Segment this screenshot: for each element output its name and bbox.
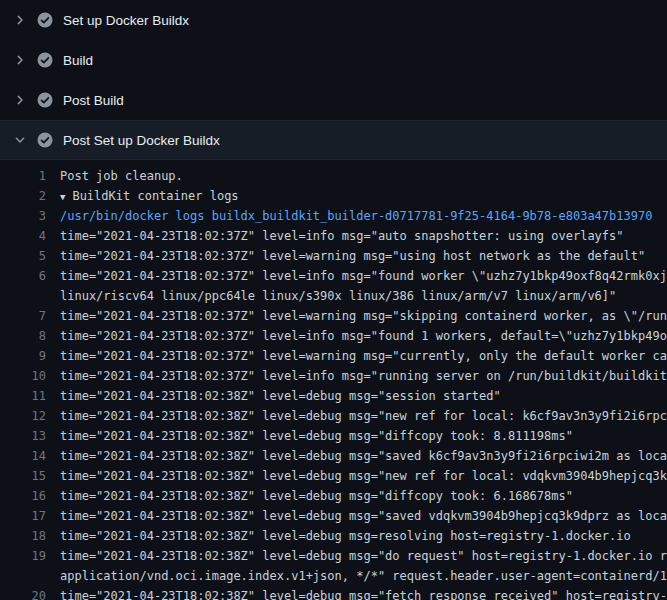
log-output: 1Post job cleanup.2▼BuildKit container l… [0,160,667,600]
section-header-post-setup-docker-buildx[interactable]: Post Set up Docker Buildx [0,120,667,160]
log-line[interactable]: 4time="2021-04-23T18:02:37Z" level=info … [0,226,667,246]
section-title: Post Build [63,93,124,108]
log-line[interactable]: 16time="2021-04-23T18:02:38Z" level=debu… [0,486,667,506]
chevron-right-icon [12,14,28,26]
command-text: /usr/bin/docker logs buildx_buildkit_bui… [60,206,652,226]
log-line[interactable]: 2▼BuildKit container logs [0,186,667,206]
log-line[interactable]: 20time="2021-04-23T18:02:38Z" level=debu… [0,586,667,600]
section-header-build[interactable]: Build [0,40,667,80]
group-expanded-icon[interactable]: ▼ [60,187,65,206]
line-text: time="2021-04-23T18:02:38Z" level=debug … [60,406,667,426]
log-line[interactable]: 19time="2021-04-23T18:02:38Z" level=debu… [0,546,667,566]
line-number[interactable]: 2 [0,186,46,206]
line-text: time="2021-04-23T18:02:38Z" level=debug … [60,426,573,446]
log-line[interactable]: linux/riscv64 linux/ppc64le linux/s390x … [0,286,667,306]
line-text: time="2021-04-23T18:02:37Z" level=warnin… [60,306,667,326]
log-line[interactable]: 9time="2021-04-23T18:02:37Z" level=warni… [0,346,667,366]
line-number[interactable]: 1 [0,166,46,186]
line-text: time="2021-04-23T18:02:38Z" level=debug … [60,486,573,506]
log-line[interactable]: application/vnd.oci.image.index.v1+json,… [0,566,667,586]
section-title: Build [63,53,93,68]
line-number[interactable]: 17 [0,506,46,526]
line-number[interactable]: 7 [0,306,46,326]
check-circle-icon [37,12,53,28]
line-text: time="2021-04-23T18:02:38Z" level=debug … [60,586,667,600]
line-number[interactable]: 12 [0,406,46,426]
line-text: time="2021-04-23T18:02:37Z" level=info m… [60,366,667,386]
line-number[interactable]: 5 [0,246,46,266]
log-line[interactable]: 10time="2021-04-23T18:02:37Z" level=info… [0,366,667,386]
line-text: time="2021-04-23T18:02:37Z" level=info m… [60,266,667,286]
line-text: time="2021-04-23T18:02:38Z" level=debug … [60,506,667,526]
line-text: application/vnd.oci.image.index.v1+json,… [60,566,667,586]
log-line[interactable]: 5time="2021-04-23T18:02:37Z" level=warni… [0,246,667,266]
log-line[interactable]: 8time="2021-04-23T18:02:37Z" level=info … [0,326,667,346]
line-number[interactable]: 19 [0,546,46,566]
line-text: time="2021-04-23T18:02:38Z" level=debug … [60,466,667,486]
line-number[interactable]: 13 [0,426,46,446]
line-text: time="2021-04-23T18:02:37Z" level=warnin… [60,346,667,366]
line-text: linux/riscv64 linux/ppc64le linux/s390x … [60,286,616,306]
line-text: time="2021-04-23T18:02:38Z" level=debug … [60,386,501,406]
chevron-right-icon [12,54,28,66]
line-number[interactable]: 14 [0,446,46,466]
section-header-setup-docker-buildx[interactable]: Set up Docker Buildx [0,0,667,40]
log-line[interactable]: 7time="2021-04-23T18:02:37Z" level=warni… [0,306,667,326]
step-sections: Set up Docker Buildx Build Post Build [0,0,667,160]
section-title: Set up Docker Buildx [63,13,189,28]
log-line[interactable]: 12time="2021-04-23T18:02:38Z" level=debu… [0,406,667,426]
log-line[interactable]: 14time="2021-04-23T18:02:38Z" level=debu… [0,446,667,466]
line-number[interactable]: 6 [0,266,46,286]
line-text: time="2021-04-23T18:02:38Z" level=debug … [60,546,667,566]
log-line[interactable]: 1Post job cleanup. [0,166,667,186]
section-header-post-build[interactable]: Post Build [0,80,667,120]
chevron-down-icon [12,134,28,146]
line-number[interactable]: 9 [0,346,46,366]
log-line[interactable]: 13time="2021-04-23T18:02:38Z" level=debu… [0,426,667,446]
line-number[interactable]: 10 [0,366,46,386]
log-line[interactable]: 18time="2021-04-23T18:02:38Z" level=debu… [0,526,667,546]
line-text: BuildKit container logs [72,186,238,206]
actions-log-viewer: Set up Docker Buildx Build Post Build [0,0,667,600]
check-circle-icon [37,52,53,68]
line-text: time="2021-04-23T18:02:38Z" level=debug … [60,526,631,546]
line-number[interactable]: 15 [0,466,46,486]
check-circle-icon [37,92,53,108]
log-line[interactable]: 6time="2021-04-23T18:02:37Z" level=info … [0,266,667,286]
line-number[interactable]: 8 [0,326,46,346]
line-text: time="2021-04-23T18:02:37Z" level=info m… [60,326,667,346]
log-line[interactable]: 15time="2021-04-23T18:02:38Z" level=debu… [0,466,667,486]
section-title: Post Set up Docker Buildx [63,133,220,148]
log-line[interactable]: 11time="2021-04-23T18:02:38Z" level=debu… [0,386,667,406]
log-line[interactable]: 3/usr/bin/docker logs buildx_buildkit_bu… [0,206,667,226]
line-text: time="2021-04-23T18:02:38Z" level=debug … [60,446,667,466]
chevron-right-icon [12,94,28,106]
line-number[interactable]: 16 [0,486,46,506]
line-number[interactable]: 11 [0,386,46,406]
line-number[interactable]: 18 [0,526,46,546]
line-number[interactable]: 3 [0,206,46,226]
check-circle-icon [37,132,53,148]
log-line[interactable]: 17time="2021-04-23T18:02:38Z" level=debu… [0,506,667,526]
line-number[interactable]: 4 [0,226,46,246]
line-text: Post job cleanup. [60,166,183,186]
line-text: time="2021-04-23T18:02:37Z" level=warnin… [60,246,645,266]
line-text: time="2021-04-23T18:02:37Z" level=info m… [60,226,624,246]
line-number[interactable]: 20 [0,586,46,600]
